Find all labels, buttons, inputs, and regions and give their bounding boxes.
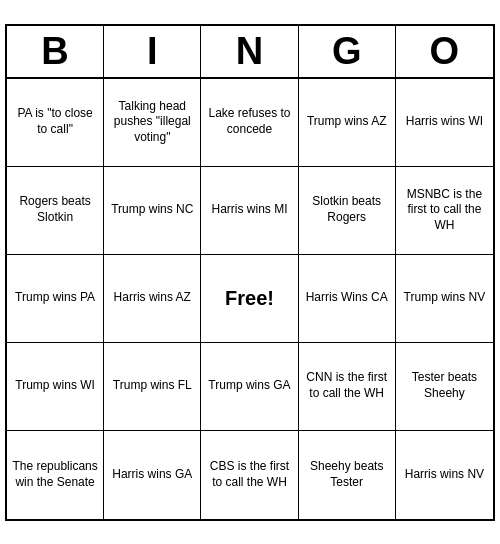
bingo-cell-18: CNN is the first to call the WH xyxy=(299,343,396,431)
bingo-cell-15: Trump wins WI xyxy=(7,343,104,431)
bingo-cell-8: Slotkin beats Rogers xyxy=(299,167,396,255)
bingo-header: BINGO xyxy=(7,26,493,79)
bingo-cell-21: Harris wins GA xyxy=(104,431,201,519)
bingo-cell-4: Harris wins WI xyxy=(396,79,493,167)
bingo-cell-24: Harris wins NV xyxy=(396,431,493,519)
bingo-cell-17: Trump wins GA xyxy=(201,343,298,431)
bingo-letter-n: N xyxy=(201,26,298,77)
bingo-cell-9: MSNBC is the first to call the WH xyxy=(396,167,493,255)
bingo-cell-7: Harris wins MI xyxy=(201,167,298,255)
bingo-card: BINGO PA is "to close to call"Talking he… xyxy=(5,24,495,521)
bingo-cell-16: Trump wins FL xyxy=(104,343,201,431)
bingo-grid: PA is "to close to call"Talking head pus… xyxy=(7,79,493,519)
bingo-letter-o: O xyxy=(396,26,493,77)
bingo-cell-5: Rogers beats Slotkin xyxy=(7,167,104,255)
bingo-letter-b: B xyxy=(7,26,104,77)
bingo-letter-i: I xyxy=(104,26,201,77)
bingo-letter-g: G xyxy=(299,26,396,77)
bingo-cell-23: Sheehy beats Tester xyxy=(299,431,396,519)
bingo-cell-19: Tester beats Sheehy xyxy=(396,343,493,431)
bingo-cell-2: Lake refuses to concede xyxy=(201,79,298,167)
bingo-cell-13: Harris Wins CA xyxy=(299,255,396,343)
bingo-cell-22: CBS is the first to call the WH xyxy=(201,431,298,519)
bingo-cell-6: Trump wins NC xyxy=(104,167,201,255)
bingo-cell-3: Trump wins AZ xyxy=(299,79,396,167)
bingo-cell-20: The republicans win the Senate xyxy=(7,431,104,519)
bingo-cell-0: PA is "to close to call" xyxy=(7,79,104,167)
bingo-cell-11: Harris wins AZ xyxy=(104,255,201,343)
free-space: Free! xyxy=(201,255,298,343)
bingo-cell-14: Trump wins NV xyxy=(396,255,493,343)
bingo-cell-1: Talking head pushes "illegal voting" xyxy=(104,79,201,167)
bingo-cell-10: Trump wins PA xyxy=(7,255,104,343)
